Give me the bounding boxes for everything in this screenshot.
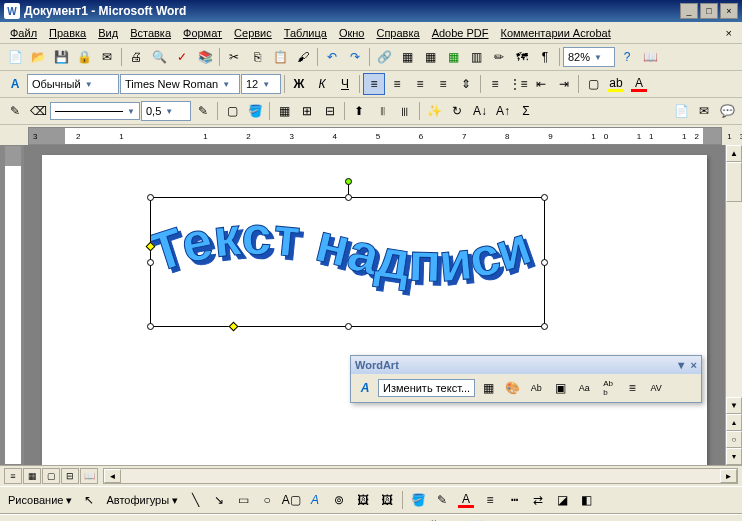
style-combo[interactable]: Обычный ▼ [27,74,119,94]
eraser-button[interactable]: ⌫ [27,100,49,122]
3d-button[interactable]: ◧ [575,489,597,511]
align-right-button[interactable]: ≡ [409,73,431,95]
wordart-shape-button[interactable]: Ab [525,377,547,399]
menu-edit[interactable]: Правка [43,25,92,41]
read-mode-button[interactable]: 📖 [639,46,661,68]
excel-button[interactable]: ▦ [442,46,464,68]
outside-border-button[interactable]: ▢ [221,100,243,122]
border-color-button[interactable]: ✎ [192,100,214,122]
menu-doc-close[interactable]: × [720,25,738,41]
italic-button[interactable]: К [311,73,333,95]
outline-view-button[interactable]: ⊟ [61,468,79,484]
pdf-review-button[interactable]: 💬 [716,100,738,122]
menu-insert[interactable]: Вставка [124,25,177,41]
align-left-button[interactable]: ≡ [363,73,385,95]
resize-handle-br[interactable] [541,323,548,330]
tables-borders-button[interactable]: ▦ [396,46,418,68]
borders-button[interactable]: ▢ [582,73,604,95]
preview-button[interactable]: 🔍 [148,46,170,68]
decrease-indent-button[interactable]: ⇤ [530,73,552,95]
sort-asc-button[interactable]: A↓ [469,100,491,122]
dash-style-button[interactable]: ┅ [503,489,525,511]
edit-text-button[interactable]: Изменить текст... [378,379,475,397]
normal-view-button[interactable]: ≡ [4,468,22,484]
redo-button[interactable]: ↷ [344,46,366,68]
new-doc-button[interactable]: 📄 [4,46,26,68]
draw-table-button[interactable]: ✎ [4,100,26,122]
arrow-style-button[interactable]: ⇄ [527,489,549,511]
menu-acrobat-comments[interactable]: Комментарии Acrobat [495,25,617,41]
scroll-right-button[interactable]: ► [720,469,737,483]
text-wrap-button[interactable]: ▣ [549,377,571,399]
scroll-up-button[interactable]: ▲ [726,145,742,162]
minimize-button[interactable]: _ [680,3,698,19]
select-objects-button[interactable]: ↖ [78,489,100,511]
distribute-cols-button[interactable]: ⫼ [394,100,416,122]
document-area[interactable]: Текст надписи Текст надписи [24,145,725,465]
rotate-handle[interactable] [345,178,352,185]
scroll-left-button[interactable]: ◄ [104,469,121,483]
shadow-button[interactable]: ◪ [551,489,573,511]
menu-file[interactable]: Файл [4,25,43,41]
menu-view[interactable]: Вид [92,25,124,41]
menu-format[interactable]: Формат [177,25,228,41]
wordart-align-button[interactable]: ≡ [621,377,643,399]
drawing-menu[interactable]: Рисование ▾ [4,492,76,509]
print-button[interactable]: 🖨 [125,46,147,68]
resize-handle-mr[interactable] [541,259,548,266]
reading-view-button[interactable]: 📖 [80,468,98,484]
picture-button[interactable]: 🖼 [376,489,398,511]
vertical-scrollbar[interactable]: ▲ ▼ ▴ ○ ▾ [725,145,742,465]
underline-button[interactable]: Ч [334,73,356,95]
vertical-text-button[interactable]: Abb [597,377,619,399]
autoshapes-menu[interactable]: Автофигуры ▾ [102,492,182,509]
wordart-toolbar-title[interactable]: WordArt ▼ × [351,356,701,374]
menu-service[interactable]: Сервис [228,25,278,41]
help-button[interactable]: ? [616,46,638,68]
open-button[interactable]: 📂 [27,46,49,68]
save-button[interactable]: 💾 [50,46,72,68]
horizontal-scrollbar[interactable]: ◄ ► [103,468,738,484]
resize-handle-ml[interactable] [147,259,154,266]
line-style-button[interactable]: ≡ [479,489,501,511]
print-view-button[interactable]: ▢ [42,468,60,484]
line-color-button[interactable]: ✎ [431,489,453,511]
hyperlink-button[interactable]: 🔗 [373,46,395,68]
web-view-button[interactable]: ▦ [23,468,41,484]
menu-help[interactable]: Справка [370,25,425,41]
textbox-button[interactable]: A▢ [280,489,302,511]
split-cells-button[interactable]: ⊟ [319,100,341,122]
autoformat-button[interactable]: ✨ [423,100,445,122]
wordart-toolbar-close-icon[interactable]: × [691,359,697,371]
scroll-thumb[interactable] [726,162,742,202]
merge-cells-button[interactable]: ⊞ [296,100,318,122]
line-spacing-button[interactable]: ⇕ [455,73,477,95]
arrow-button[interactable]: ↘ [208,489,230,511]
bullets-button[interactable]: ⋮≡ [507,73,529,95]
numbering-button[interactable]: ≡ [484,73,506,95]
resize-handle-tl[interactable] [147,194,154,201]
next-page-button[interactable]: ▾ [726,448,742,465]
insert-table-button[interactable]: ▦ [419,46,441,68]
research-button[interactable]: 📚 [194,46,216,68]
columns-button[interactable]: ▥ [465,46,487,68]
pdf-convert-button[interactable]: 📄 [670,100,692,122]
resize-handle-tr[interactable] [541,194,548,201]
rectangle-button[interactable]: ▭ [232,489,254,511]
autosum-button[interactable]: Σ [515,100,537,122]
resize-handle-tm[interactable] [345,194,352,201]
cut-button[interactable]: ✂ [223,46,245,68]
line-button[interactable]: ╲ [184,489,206,511]
justify-button[interactable]: ≡ [432,73,454,95]
show-marks-button[interactable]: ¶ [534,46,556,68]
insert-wordart2-button[interactable]: A [304,489,326,511]
page[interactable]: Текст надписи Текст надписи [42,155,707,465]
vertical-ruler[interactable] [4,145,22,465]
horizontal-ruler[interactable]: 3 2 1 1 2 3 4 5 6 7 8 9 10 11 12 13 14 1… [28,127,722,145]
align-top-button[interactable]: ⬆ [348,100,370,122]
styles-pane-button[interactable]: A [4,73,26,95]
highlight-button[interactable]: ab [605,73,627,95]
prev-page-button[interactable]: ▴ [726,414,742,431]
menu-table[interactable]: Таблица [278,25,333,41]
drawing-toggle-button[interactable]: ✏ [488,46,510,68]
